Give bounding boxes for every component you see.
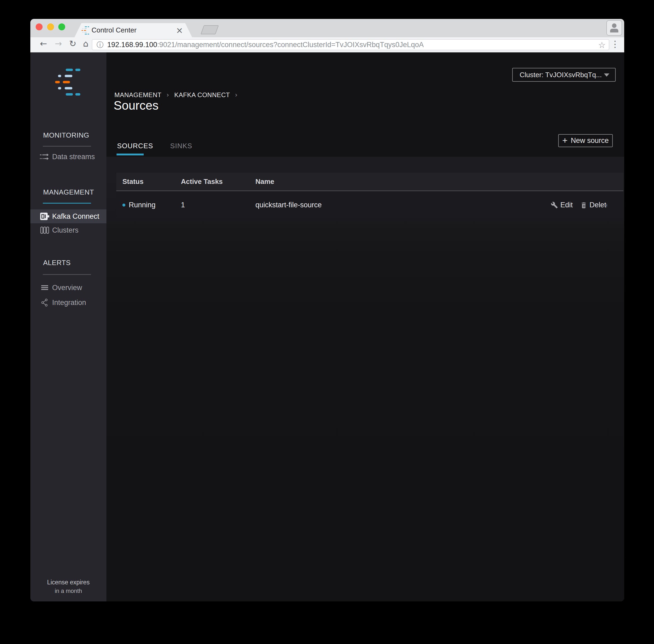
breadcrumb-chevron-icon: › (167, 91, 169, 99)
license-notice: License expires in a month (30, 579, 107, 595)
url-host: 192.168.99.100 (107, 41, 157, 49)
breadcrumb: MANAGEMENT › KAFKA CONNECT › (114, 91, 241, 99)
cluster-selector-label: Cluster: TvJOIXsvRbqTq... (520, 71, 602, 79)
site-info-icon[interactable]: ⓘ (97, 40, 103, 49)
close-tab-icon[interactable]: × (176, 25, 183, 36)
section-divider (43, 274, 91, 275)
bookmark-star-icon[interactable]: ☆ (598, 40, 606, 50)
sidebar-item-integration[interactable]: Integration (30, 296, 107, 309)
delete-button[interactable]: Delete (580, 201, 607, 209)
table-header-row: Status Active Tasks Name (116, 173, 624, 191)
back-icon[interactable]: ← (40, 39, 47, 49)
new-tab-button[interactable] (201, 25, 219, 34)
new-source-button[interactable]: + New source (558, 134, 613, 147)
trash-icon (580, 202, 587, 209)
person-icon (612, 23, 616, 28)
sidebar-item-label: Kafka Connect (52, 212, 99, 221)
home-icon[interactable]: ⌂ (83, 39, 88, 49)
sidebar-item-overview[interactable]: Overview (30, 281, 107, 295)
traffic-light-close[interactable] (36, 23, 43, 30)
url-bar[interactable]: ⓘ 192.168.99.100:9021/management/connect… (92, 39, 609, 50)
new-source-label: New source (571, 137, 609, 145)
section-title-alerts: ALERTS (43, 259, 71, 267)
confluent-logo[interactable] (54, 68, 81, 95)
section-title-monitoring: MONITORING (43, 131, 89, 139)
row-status: Running (129, 201, 156, 209)
tab-sources[interactable]: SOURCES (117, 142, 153, 150)
tab-title: Control Center (92, 26, 137, 34)
column-header-status: Status (122, 178, 181, 186)
browser-tab-bar: Control Center × (30, 19, 624, 37)
forward-icon[interactable]: → (55, 39, 62, 49)
browser-window: Control Center × ← → ↻ ⌂ ⓘ 192.168.99.10… (30, 19, 624, 601)
row-actions: Edit Delete (551, 191, 607, 218)
active-tab-underline (117, 154, 144, 155)
confluent-favicon (81, 26, 90, 35)
wrench-icon (551, 202, 558, 209)
row-active-tasks: 1 (181, 201, 255, 209)
sidebar-item-clusters[interactable]: Clusters (30, 223, 107, 237)
caret-down-icon (604, 73, 609, 77)
url-text: 192.168.99.100:9021/management/connect/s… (107, 41, 424, 49)
plus-icon: + (562, 135, 567, 145)
sidebar-item-kafka-connect[interactable]: Kafka Connect (30, 209, 107, 223)
reload-icon[interactable]: ↻ (69, 39, 76, 49)
person-icon-body (610, 29, 618, 32)
section-title-management: MANAGEMENT (43, 188, 94, 197)
delete-label: Delete (590, 201, 607, 209)
browser-menu-icon[interactable]: ⋮ (611, 39, 620, 49)
sidebar-item-label: Integration (52, 299, 86, 307)
edit-label: Edit (560, 201, 573, 209)
breadcrumb-chevron-icon: › (235, 91, 238, 99)
sources-panel: Status Active Tasks Name Running 1 quick… (107, 157, 624, 601)
section-divider-active (43, 203, 91, 204)
browser-toolbar: ← → ↻ ⌂ ⓘ 192.168.99.100:9021/management… (30, 37, 624, 52)
license-line1: License expires (30, 579, 107, 586)
sidebar-item-label: Overview (52, 284, 82, 292)
sidebar-item-label: Clusters (52, 226, 78, 234)
integration-icon (39, 299, 50, 306)
tab-sinks[interactable]: SINKS (170, 142, 192, 150)
sidebar: MONITORING Data streams MANAGEMENT (30, 52, 107, 601)
traffic-light-minimize[interactable] (47, 23, 54, 30)
app-content: MONITORING Data streams MANAGEMENT (30, 52, 624, 601)
edit-button[interactable]: Edit (551, 201, 573, 209)
column-header-name: Name (255, 178, 624, 186)
traffic-light-zoom[interactable] (58, 23, 65, 30)
clusters-icon (39, 226, 50, 234)
main-area: Cluster: TvJOIXsvRbqTq... MANAGEMENT › K… (107, 52, 624, 601)
cluster-selector[interactable]: Cluster: TvJOIXsvRbqTq... (512, 68, 616, 82)
connector-tabs: SOURCES SINKS (117, 142, 192, 150)
breadcrumb-management[interactable]: MANAGEMENT (114, 91, 162, 98)
column-header-active-tasks: Active Tasks (181, 178, 255, 186)
sidebar-item-label: Data streams (52, 153, 95, 161)
browser-tab[interactable]: Control Center × (74, 23, 192, 37)
table-row[interactable]: Running 1 quickstart-file-source Edit (116, 191, 624, 218)
profile-button[interactable] (606, 20, 622, 36)
license-line2: in a month (30, 588, 107, 595)
breadcrumb-kafka-connect[interactable]: KAFKA CONNECT (174, 91, 230, 98)
section-divider (43, 146, 91, 147)
kafka-connect-icon (39, 212, 50, 220)
page-title: Sources (114, 98, 159, 113)
data-streams-icon (39, 153, 50, 161)
status-dot (122, 204, 125, 207)
overview-icon (39, 284, 50, 291)
sidebar-item-data-streams[interactable]: Data streams (30, 150, 107, 164)
url-path: :9021/management/connect/sources?connect… (157, 41, 424, 49)
